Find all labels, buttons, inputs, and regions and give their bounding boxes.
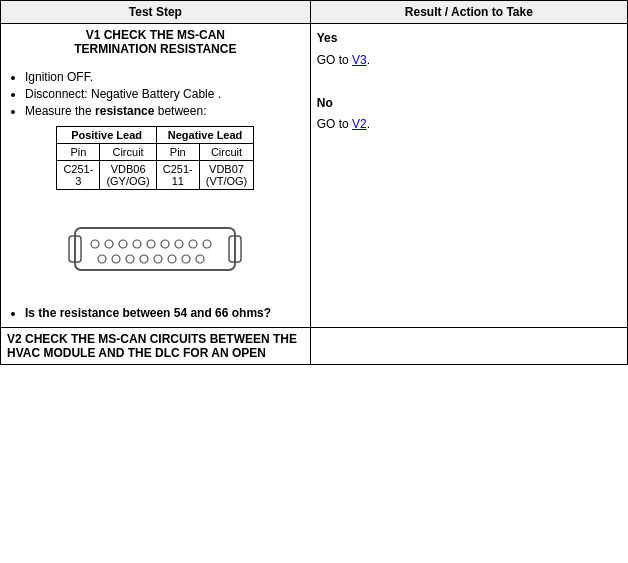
measurement-table: Positive Lead Negative Lead Pin Circuit … [56, 126, 254, 190]
connector-diagram [65, 208, 245, 288]
header-result: Result / Action to Take [310, 1, 627, 24]
circuit1-val: VDB06(GY/OG) [100, 161, 156, 190]
yes-block: Yes GO to V3. [317, 28, 621, 71]
sub-pin1: Pin [57, 144, 100, 161]
svg-rect-0 [75, 228, 235, 270]
v1-title: V1 CHECK THE MS-CAN TERMINATION RESISTAN… [7, 28, 304, 56]
no-block: No GO to V2. [317, 93, 621, 136]
svg-point-5 [119, 240, 127, 248]
svg-point-16 [154, 255, 162, 263]
header-test-step: Test Step [1, 1, 311, 24]
no-label: No [317, 96, 333, 110]
neg-lead-header: Negative Lead [156, 127, 254, 144]
svg-point-6 [133, 240, 141, 248]
circuit2-val: VDB07(VT/OG) [199, 161, 254, 190]
sub-circuit2: Circuit [199, 144, 254, 161]
svg-point-7 [147, 240, 155, 248]
svg-point-18 [182, 255, 190, 263]
svg-point-19 [196, 255, 204, 263]
yes-label: Yes [317, 31, 338, 45]
result-v2 [310, 328, 627, 365]
v1-steps-list: Ignition OFF. Disconnect: Negative Batte… [25, 70, 304, 118]
step-disconnect: Disconnect: Negative Battery Cable . [25, 87, 304, 101]
pin2-val: C251-11 [156, 161, 199, 190]
step-measure: Measure the resistance between: [25, 104, 304, 118]
pin1-val: C251-3 [57, 161, 100, 190]
test-step-v1: V1 CHECK THE MS-CAN TERMINATION RESISTAN… [1, 24, 311, 328]
no-link[interactable]: V2 [352, 117, 367, 131]
sub-circuit1: Circuit [100, 144, 156, 161]
test-step-v2: V2 CHECK THE MS-CAN CIRCUITS BETWEEN THE… [1, 328, 311, 365]
svg-point-14 [126, 255, 134, 263]
v2-title: V2 CHECK THE MS-CAN CIRCUITS BETWEEN THE… [7, 332, 304, 360]
svg-point-10 [189, 240, 197, 248]
svg-point-11 [203, 240, 211, 248]
svg-point-12 [98, 255, 106, 263]
result-v1: Yes GO to V3. No GO to V2. [310, 24, 627, 328]
yes-go-text: GO to [317, 53, 352, 67]
v1-question: Is the resistance between 54 and 66 ohms… [25, 306, 304, 320]
svg-point-17 [168, 255, 176, 263]
pos-lead-header: Positive Lead [57, 127, 156, 144]
sub-pin2: Pin [156, 144, 199, 161]
svg-point-3 [91, 240, 99, 248]
yes-link[interactable]: V3 [352, 53, 367, 67]
svg-point-4 [105, 240, 113, 248]
svg-point-8 [161, 240, 169, 248]
svg-point-15 [140, 255, 148, 263]
step-ignition: Ignition OFF. [25, 70, 304, 84]
no-go-text: GO to [317, 117, 352, 131]
svg-point-9 [175, 240, 183, 248]
svg-point-13 [112, 255, 120, 263]
